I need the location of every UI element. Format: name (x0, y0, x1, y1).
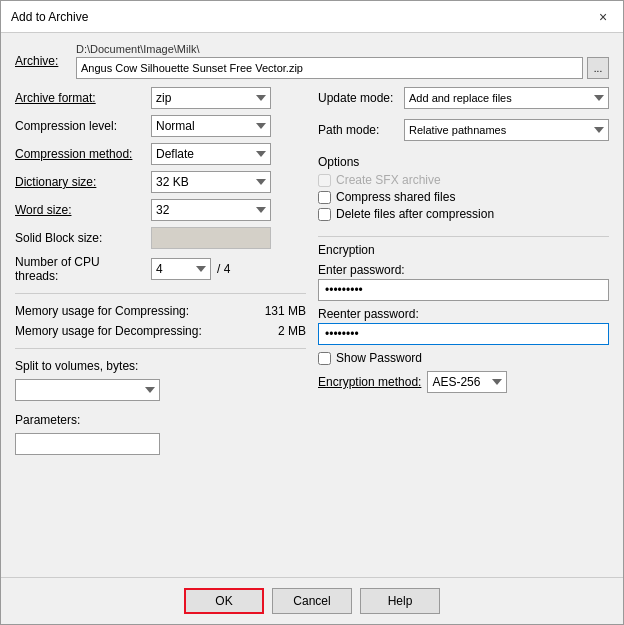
split-combo-row (15, 379, 306, 401)
split-label: Split to volumes, bytes: (15, 359, 138, 373)
encryption-section: Encryption Enter password: Reenter passw… (318, 236, 609, 393)
memory-decompress-value: 2 MB (278, 324, 306, 338)
path-mode-row: Path mode: Relative pathnames (318, 119, 609, 141)
archive-format-label: Archive format: (15, 91, 145, 105)
enc-method-row: Encryption method: AES-256 (318, 371, 609, 393)
archive-label: Archive: (15, 54, 70, 68)
dictionary-size-label: Dictionary size: (15, 175, 145, 189)
help-button[interactable]: Help (360, 588, 440, 614)
archive-filename-select[interactable]: Angus Cow Silhouette Sunset Free Vector.… (76, 57, 583, 79)
compression-method-label: Compression method: (15, 147, 145, 161)
show-password-checkbox[interactable] (318, 352, 331, 365)
shared-row: Compress shared files (318, 190, 609, 204)
cancel-button[interactable]: Cancel (272, 588, 352, 614)
shared-checkbox[interactable] (318, 191, 331, 204)
split-select[interactable] (15, 379, 160, 401)
repassword-label: Reenter password: (318, 307, 609, 321)
archive-format-select[interactable]: zip (151, 87, 271, 109)
enc-method-select[interactable]: AES-256 (427, 371, 507, 393)
params-label: Parameters: (15, 413, 80, 427)
archive-row: Archive: D:\Document\Image\Milk\ Angus C… (15, 43, 609, 79)
dialog-content: Archive: D:\Document\Image\Milk\ Angus C… (1, 33, 623, 577)
show-password-label: Show Password (336, 351, 422, 365)
memory-decompress-row: Memory usage for Decompressing: 2 MB (15, 324, 306, 338)
cpu-threads-label: Number of CPU threads: (15, 255, 145, 283)
delete-label: Delete files after compression (336, 207, 494, 221)
word-size-row: Word size: 32 (15, 199, 306, 221)
update-mode-label: Update mode: (318, 91, 398, 105)
compression-method-row: Compression method: Deflate (15, 143, 306, 165)
repassword-input[interactable] (318, 323, 609, 345)
sfx-checkbox[interactable] (318, 174, 331, 187)
enc-method-label: Encryption method: (318, 375, 421, 389)
encryption-title: Encryption (318, 243, 609, 257)
compression-level-select[interactable]: Normal (151, 115, 271, 137)
password-input[interactable] (318, 279, 609, 301)
params-input-row (15, 433, 306, 455)
options-title: Options (318, 155, 609, 169)
cpu-threads-row: Number of CPU threads: 4 / 4 (15, 255, 306, 283)
params-input[interactable] (15, 433, 160, 455)
archive-format-row: Archive format: zip (15, 87, 306, 109)
update-mode-row: Update mode: Add and replace files (318, 87, 609, 109)
footer: OK Cancel Help (1, 577, 623, 624)
solid-block-input (151, 227, 271, 249)
split-label-row: Split to volumes, bytes: (15, 359, 306, 373)
solid-block-row: Solid Block size: (15, 227, 306, 249)
dialog-add-to-archive: Add to Archive × Archive: D:\Document\Im… (0, 0, 624, 625)
update-mode-select[interactable]: Add and replace files (404, 87, 609, 109)
delete-checkbox[interactable] (318, 208, 331, 221)
word-size-select[interactable]: 32 (151, 199, 271, 221)
delete-row: Delete files after compression (318, 207, 609, 221)
password-label: Enter password: (318, 263, 609, 277)
compression-method-select[interactable]: Deflate (151, 143, 271, 165)
shared-label: Compress shared files (336, 190, 455, 204)
memory-decompress-label: Memory usage for Decompressing: (15, 324, 202, 338)
solid-block-label: Solid Block size: (15, 231, 145, 245)
dictionary-size-select[interactable]: 32 KB (151, 171, 271, 193)
title-bar: Add to Archive × (1, 1, 623, 33)
sfx-row: Create SFX archive (318, 173, 609, 187)
sfx-label: Create SFX archive (336, 173, 441, 187)
main-area: Archive format: zip Compression level: N… (15, 87, 609, 567)
memory-compress-label: Memory usage for Compressing: (15, 304, 189, 318)
left-panel: Archive format: zip Compression level: N… (15, 87, 306, 567)
archive-path-text: D:\Document\Image\Milk\ (76, 43, 609, 55)
archive-browse-button[interactable]: ... (587, 57, 609, 79)
archive-combo-row: Angus Cow Silhouette Sunset Free Vector.… (76, 57, 609, 79)
compression-level-row: Compression level: Normal (15, 115, 306, 137)
cpu-threads-total: / 4 (217, 262, 230, 276)
archive-path-container: D:\Document\Image\Milk\ Angus Cow Silhou… (76, 43, 609, 79)
word-size-label: Word size: (15, 203, 145, 217)
memory-compress-value: 131 MB (265, 304, 306, 318)
ok-button[interactable]: OK (184, 588, 264, 614)
path-mode-select[interactable]: Relative pathnames (404, 119, 609, 141)
params-label-row: Parameters: (15, 413, 306, 427)
compression-level-label: Compression level: (15, 119, 145, 133)
path-mode-label: Path mode: (318, 123, 398, 137)
show-password-row: Show Password (318, 351, 609, 365)
options-section: Options Create SFX archive Compress shar… (318, 155, 609, 224)
dictionary-size-row: Dictionary size: 32 KB (15, 171, 306, 193)
close-button[interactable]: × (593, 7, 613, 27)
memory-compress-row: Memory usage for Compressing: 131 MB (15, 304, 306, 318)
dialog-title: Add to Archive (11, 10, 88, 24)
cpu-threads-select[interactable]: 4 (151, 258, 211, 280)
right-panel: Update mode: Add and replace files Path … (318, 87, 609, 567)
